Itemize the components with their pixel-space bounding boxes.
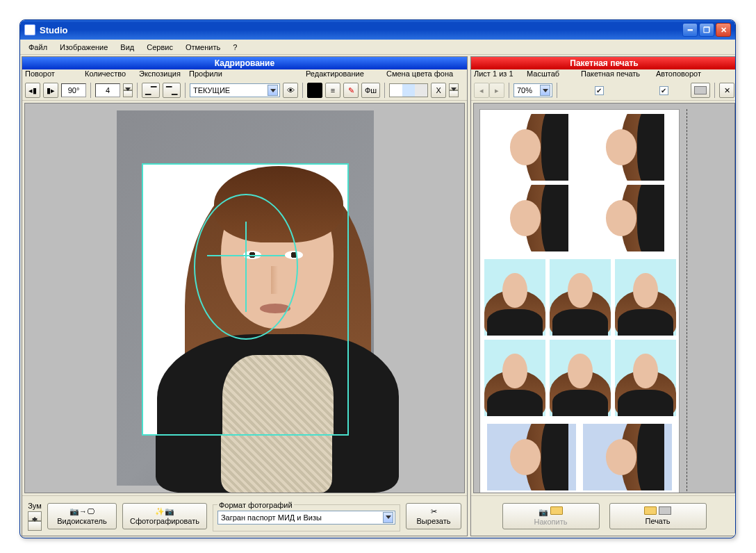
exposure-down-button[interactable]: ▁▔ <box>142 83 160 98</box>
print-preview-canvas[interactable] <box>473 103 735 493</box>
exposure-up-button[interactable]: ▔▁ <box>163 83 181 98</box>
menu-file[interactable]: Файл <box>23 42 53 53</box>
edit-black-rect-button[interactable] <box>307 83 322 98</box>
format-combo-value: Загран паспорт МИД и Визы <box>220 513 383 522</box>
crop-bottom-bar: Зум 📷→🖵 Видоискатель ✨📷 Сфотографировать… <box>22 495 467 536</box>
camera-snap-icon: ✨📷 <box>155 507 174 516</box>
chevron-down-icon <box>383 512 393 523</box>
title-bar[interactable]: Studio ━ ❐ ✕ <box>20 20 735 40</box>
qty-spin[interactable] <box>123 83 133 97</box>
menu-help[interactable]: ? <box>227 42 243 53</box>
bgcolor-gray[interactable] <box>415 84 427 97</box>
edit-lines-button[interactable]: ≡ <box>325 83 340 98</box>
format-group: Формат фотографий Загран паспорт МИД и В… <box>213 501 400 531</box>
profile-eye-button[interactable]: 👁 <box>283 83 298 98</box>
viewfinder-button[interactable]: 📷→🖵 Видоискатель <box>47 503 117 529</box>
zoom-spin[interactable] <box>28 511 42 531</box>
menu-image[interactable]: Изображение <box>54 42 113 53</box>
exposure-label: Экспозиция <box>136 69 186 81</box>
scale-combo[interactable]: 70% <box>513 83 552 97</box>
bgcolor-spin[interactable] <box>449 83 459 97</box>
autorotate-checkbox[interactable]: ✔ <box>659 86 668 95</box>
scissors-icon <box>431 507 437 516</box>
face-guide-vertical <box>245 222 247 312</box>
accumulate-button[interactable]: 📷 Накопить <box>502 503 600 529</box>
face-guide-horizontal <box>207 255 285 256</box>
cut-label: Вырезать <box>417 517 451 525</box>
profiles-combo-value: ТЕКУЩИЕ <box>192 86 268 94</box>
bgcolor-lightblue[interactable] <box>402 84 415 97</box>
folder-printer-icon <box>644 506 671 516</box>
camera-folder-icon: 📷 <box>539 506 563 517</box>
bgcolor-clear-button[interactable]: X <box>431 83 446 98</box>
print-tool-button[interactable] <box>691 83 710 98</box>
printer-icon <box>694 86 707 94</box>
crop-canvas[interactable] <box>24 103 465 493</box>
main-window: Studio ━ ❐ ✕ Файл Изображение Вид Сервис… <box>19 19 736 538</box>
sheet-label: Лист 1 из 1 <box>471 69 524 81</box>
edit-fsh-button[interactable]: Фш <box>361 83 380 98</box>
app-title: Studio <box>40 25 67 35</box>
print-bottom-bar: 📷 Накопить Печать <box>471 495 736 536</box>
zoom-label: Зум <box>28 502 42 510</box>
bgcolor-label: Смена цвета фона <box>384 69 467 81</box>
rotate-angle-field[interactable]: 90° <box>61 83 86 97</box>
autorotate-label: Автоповорот <box>653 69 716 81</box>
print-sheet <box>479 109 680 493</box>
cut-button[interactable]: Вырезать <box>406 503 461 529</box>
close-button[interactable]: ✕ <box>716 23 731 37</box>
menu-view[interactable]: Вид <box>115 42 140 53</box>
print-button[interactable]: Печать <box>609 503 707 529</box>
format-combo[interactable]: Загран паспорт МИД и Визы <box>217 511 395 525</box>
sheet-divider <box>687 109 687 493</box>
qty-field[interactable]: 4 <box>95 83 120 97</box>
menu-cancel[interactable]: Отменить <box>180 42 226 53</box>
viewfinder-label: Видоискатель <box>57 517 106 525</box>
crop-panel-header: Кадрирование <box>22 57 467 69</box>
chevron-down-icon <box>540 85 550 96</box>
batch-label: Пакетная печать <box>578 69 653 81</box>
accumulate-label: Накопить <box>534 518 568 526</box>
batch-checkbox[interactable]: ✔ <box>595 86 604 95</box>
profiles-label: Профили <box>186 69 303 81</box>
print-label: Печать <box>645 517 670 525</box>
format-legend: Формат фотографий <box>217 501 294 509</box>
camera-monitor-icon: 📷→🖵 <box>69 507 94 516</box>
capture-label: Сфотографировать <box>130 517 199 525</box>
rotate-label: Поворот <box>22 69 82 81</box>
maximize-button[interactable]: ❐ <box>699 23 714 37</box>
print-panel-header: Пакетная печать <box>471 57 736 69</box>
chevron-down-icon <box>268 85 278 96</box>
print-panel: Пакетная печать Лист 1 из 1 Масштаб Паке… <box>470 56 736 536</box>
rotate-left-button[interactable]: ◂▮ <box>25 83 40 98</box>
bgcolor-swatches[interactable] <box>389 83 428 97</box>
crop-panel: Кадрирование Поворот Количество Экспозиц… <box>22 56 468 536</box>
editing-label: Редактирование <box>303 69 384 81</box>
bgcolor-white[interactable] <box>390 84 402 97</box>
edit-pencil-button[interactable]: ✎ <box>343 83 359 98</box>
qty-label: Количество <box>82 69 136 81</box>
scale-combo-value: 70% <box>516 86 540 94</box>
scale-label: Масштаб <box>524 69 578 81</box>
minimize-button[interactable]: ━ <box>682 23 698 37</box>
profiles-combo[interactable]: ТЕКУЩИЕ <box>190 83 280 97</box>
sheet-nav[interactable]: ◂▸ <box>474 83 504 98</box>
clear-sheet-button[interactable]: ✕ <box>719 83 734 98</box>
capture-button[interactable]: ✨📷 Сфотографировать <box>122 503 207 529</box>
rotate-right-button[interactable]: ▮▸ <box>43 83 58 98</box>
menu-bar[interactable]: Файл Изображение Вид Сервис Отменить ? <box>20 40 735 55</box>
menu-service[interactable]: Сервис <box>141 42 179 53</box>
app-icon <box>24 24 35 35</box>
